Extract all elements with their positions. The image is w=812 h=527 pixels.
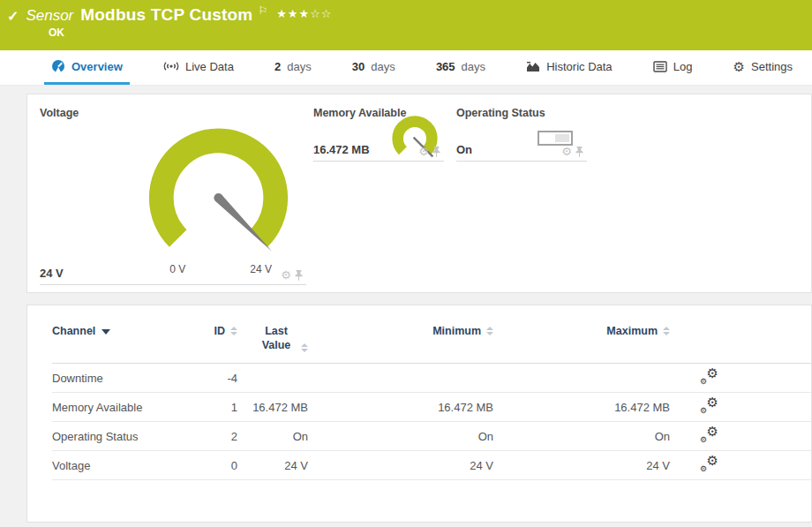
flag-icon[interactable]: ⚐ <box>258 4 267 17</box>
cell-id: -4 <box>202 372 237 385</box>
overview-gauges-card: Voltage 0 V 24 V 24 V ⚙ Memory Available… <box>26 94 812 293</box>
sort-icon <box>301 343 308 352</box>
status-check-icon: ✓ <box>7 8 19 25</box>
cell-minimum: 24 V <box>308 459 493 472</box>
pin-icon[interactable] <box>575 147 583 157</box>
cell-channel: Memory Available <box>52 401 202 414</box>
tab-log[interactable]: Log <box>646 50 700 85</box>
sensor-status-text: OK <box>49 26 803 39</box>
channel-settings-icon[interactable]: ⚙⚙ <box>700 427 718 443</box>
settings-gear-icon: ⚙ <box>733 60 745 73</box>
memory-gauge <box>387 113 442 166</box>
channel-gear-icon[interactable]: ⚙ <box>281 269 291 281</box>
operating-panel-title: Operating Status <box>456 107 587 119</box>
object-kind-label: Sensor <box>26 7 73 25</box>
voltage-scale-max-label: 24 V <box>250 263 272 275</box>
cell-last-value: 24 V <box>237 459 308 472</box>
operating-current-value: On <box>456 143 472 156</box>
cell-id: 0 <box>202 459 237 472</box>
table-row-operating-status[interactable]: Operating Status 2 On On On ⚙⚙ <box>52 422 811 451</box>
column-header-id[interactable]: ID <box>202 325 237 337</box>
cell-maximum: 24 V <box>493 459 670 472</box>
tab-live-data-label: Live Data <box>185 60 234 73</box>
channel-table-header-row: Channel ID Last Value Minimum Maximum <box>52 325 811 364</box>
tab-365-days[interactable]: 365 days <box>429 50 492 85</box>
cell-id: 2 <box>202 430 237 443</box>
historic-chart-icon <box>526 60 540 72</box>
channel-settings-icon[interactable]: ⚙⚙ <box>700 456 718 472</box>
tab-overview-label: Overview <box>71 60 123 73</box>
voltage-current-value: 24 V <box>40 267 64 280</box>
tab-365-days-word: days <box>462 60 485 73</box>
tab-live-data[interactable]: Live Data <box>156 50 241 85</box>
gauge-panel-operating-status: Operating Status On ⚙ <box>456 103 587 162</box>
memory-current-value: 16.472 MB <box>313 143 370 156</box>
cell-minimum: On <box>308 430 493 443</box>
channel-gear-icon[interactable]: ⚙ <box>561 146 572 157</box>
tab-settings[interactable]: ⚙ Settings <box>726 50 800 85</box>
gauge-icon <box>51 59 65 73</box>
voltage-scale-min-label: 0 V <box>169 263 185 275</box>
tab-2-days[interactable]: 2 days <box>267 50 319 85</box>
sort-desc-icon <box>102 329 110 335</box>
cell-maximum: On <box>493 430 670 443</box>
pin-icon[interactable] <box>295 270 303 281</box>
sensor-status-header: ✓ Sensor Modbus TCP Custom ⚐ ★★★☆☆ OK <box>0 0 812 50</box>
cell-channel: Downtime <box>52 372 202 385</box>
cell-channel: Operating Status <box>52 430 202 443</box>
sort-icon <box>230 327 237 335</box>
tab-settings-label: Settings <box>751 60 793 73</box>
switch-knob <box>555 134 569 142</box>
gauge-panel-memory-available: Memory Available 16.472 MB ⚙ <box>313 103 444 162</box>
cell-last-value: On <box>237 430 308 443</box>
sensor-tab-bar: Overview Live Data 2 days 30 days 365 da… <box>0 50 812 86</box>
live-data-icon <box>163 60 179 72</box>
tab-log-label: Log <box>673 60 693 73</box>
log-icon <box>653 61 667 72</box>
gauge-panel-voltage: Voltage 0 V 24 V 24 V ⚙ <box>40 103 306 285</box>
channel-settings-icon[interactable]: ⚙⚙ <box>700 398 718 414</box>
tab-overview[interactable]: Overview <box>44 50 130 85</box>
channel-table: Channel ID Last Value Minimum Maximum Do… <box>52 325 811 480</box>
table-row-downtime[interactable]: Downtime -4 ⚙⚙ <box>52 364 811 393</box>
channel-settings-icon[interactable]: ⚙⚙ <box>700 369 718 385</box>
voltage-gauge: 0 V 24 V <box>137 112 300 276</box>
tab-2-days-word: days <box>287 60 311 73</box>
tab-30-days-number: 30 <box>352 60 365 73</box>
cell-id: 1 <box>202 401 237 414</box>
tab-2-days-number: 2 <box>274 60 281 73</box>
priority-stars[interactable]: ★★★☆☆ <box>276 7 332 20</box>
sensor-title: Modbus TCP Custom <box>80 5 252 25</box>
column-header-last-value[interactable]: Last Value <box>237 325 308 352</box>
column-header-minimum[interactable]: Minimum <box>308 325 493 337</box>
cell-maximum: 16.472 MB <box>493 401 670 414</box>
tab-365-days-number: 365 <box>436 60 455 73</box>
operating-status-switch <box>538 131 573 146</box>
column-header-channel[interactable]: Channel <box>52 325 202 337</box>
cell-channel: Voltage <box>52 459 202 472</box>
table-row-voltage[interactable]: Voltage 0 24 V 24 V 24 V ⚙⚙ <box>52 451 811 480</box>
table-row-memory-available[interactable]: Memory Available 1 16.472 MB 16.472 MB 1… <box>52 393 811 422</box>
tab-30-days-word: days <box>371 60 395 73</box>
cell-last-value: 16.472 MB <box>237 401 308 414</box>
pin-icon[interactable] <box>432 147 440 157</box>
tab-historic-data[interactable]: Historic Data <box>519 50 619 85</box>
tab-historic-data-label: Historic Data <box>546 60 612 73</box>
sort-icon <box>663 327 670 335</box>
tab-30-days[interactable]: 30 days <box>345 50 402 85</box>
cell-minimum: 16.472 MB <box>308 401 493 414</box>
channel-gear-icon[interactable]: ⚙ <box>418 146 429 157</box>
column-header-maximum[interactable]: Maximum <box>493 325 670 337</box>
channel-table-card: Channel ID Last Value Minimum Maximum Do… <box>26 305 812 523</box>
sort-icon <box>486 327 493 335</box>
